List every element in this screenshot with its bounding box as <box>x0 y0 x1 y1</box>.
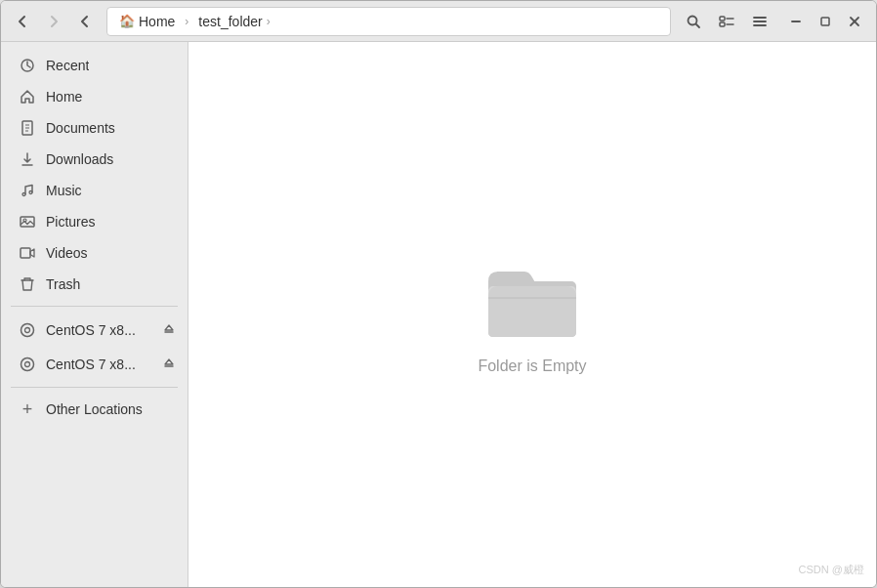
sidebar-item-trash-label: Trash <box>46 276 80 292</box>
sidebar-item-trash[interactable]: Trash <box>5 269 184 300</box>
svg-point-19 <box>22 193 25 196</box>
empty-folder-icon <box>483 254 581 342</box>
breadcrumb-current-label: test_folder <box>198 14 262 29</box>
music-icon <box>19 182 36 199</box>
sidebar-item-centos1-label: CentOS 7 x8... <box>46 322 148 338</box>
sidebar-item-music-label: Music <box>46 183 82 198</box>
toolbar-right <box>679 8 774 35</box>
back-button[interactable] <box>9 8 36 35</box>
svg-rect-10 <box>821 18 829 25</box>
sidebar-item-centos2-label: CentOS 7 x8... <box>46 357 148 372</box>
svg-rect-3 <box>720 22 725 26</box>
watermark: CSDN @威橙 <box>799 563 864 577</box>
sidebar-item-other-locations-label: Other Locations <box>46 401 143 417</box>
svg-point-25 <box>25 327 30 332</box>
sidebar-item-pictures-label: Pictures <box>46 214 96 230</box>
empty-folder-label: Folder is Empty <box>478 357 586 375</box>
menu-button[interactable] <box>745 8 774 35</box>
home-icon <box>19 88 36 105</box>
sidebar-item-centos2[interactable]: CentOS 7 x8... <box>5 347 184 381</box>
svg-point-28 <box>21 357 34 370</box>
window-controls <box>782 8 868 35</box>
titlebar: 🏠 Home › test_folder › <box>1 1 876 42</box>
sidebar-item-videos-label: Videos <box>46 245 88 261</box>
search-button[interactable] <box>679 8 708 35</box>
svg-rect-2 <box>720 17 725 21</box>
up-button[interactable] <box>71 8 99 35</box>
svg-point-29 <box>25 361 30 366</box>
file-manager-window: 🏠 Home › test_folder › <box>0 0 877 588</box>
home-breadcrumb-icon: 🏠 <box>119 14 135 28</box>
sidebar-item-videos[interactable]: Videos <box>5 237 184 269</box>
svg-point-24 <box>21 323 34 336</box>
breadcrumb-home-label: Home <box>139 14 175 29</box>
sidebar-item-recent[interactable]: Recent <box>5 50 184 81</box>
breadcrumb-current-folder[interactable]: test_folder › <box>192 12 275 31</box>
sidebar-item-downloads[interactable]: Downloads <box>5 144 184 175</box>
sidebar-item-documents-label: Documents <box>46 120 115 136</box>
close-button[interactable] <box>841 8 868 35</box>
trash-icon <box>19 275 36 293</box>
main-area: Recent Home <box>1 42 876 587</box>
other-locations-icon: + <box>19 400 36 418</box>
maximize-button[interactable] <box>812 8 839 35</box>
sidebar-item-music[interactable]: Music <box>5 175 184 206</box>
svg-marker-26 <box>165 325 173 330</box>
svg-marker-30 <box>165 359 173 364</box>
svg-line-1 <box>696 23 700 27</box>
svg-rect-23 <box>21 248 30 258</box>
sidebar-item-recent-label: Recent <box>46 58 89 73</box>
sidebar-item-downloads-label: Downloads <box>46 151 113 167</box>
sidebar-divider-2 <box>11 387 178 388</box>
eject-centos1-button[interactable] <box>158 319 180 340</box>
breadcrumb: 🏠 Home › test_folder › <box>106 7 671 36</box>
downloads-icon <box>19 150 36 168</box>
breadcrumb-separator: › <box>185 15 188 28</box>
minimize-button[interactable] <box>782 8 810 35</box>
svg-rect-21 <box>21 217 34 227</box>
recent-icon <box>19 57 36 74</box>
sidebar-divider-1 <box>11 306 178 307</box>
sidebar: Recent Home <box>1 42 188 587</box>
pictures-icon <box>19 213 36 231</box>
file-area: Folder is Empty CSDN @威橙 <box>188 42 876 587</box>
sidebar-item-home[interactable]: Home <box>5 81 184 112</box>
sidebar-item-other-locations[interactable]: + Other Locations <box>5 394 184 425</box>
forward-button[interactable] <box>40 8 67 35</box>
breadcrumb-home[interactable]: 🏠 Home <box>113 12 181 31</box>
svg-point-20 <box>29 191 32 194</box>
sidebar-item-documents[interactable]: Documents <box>5 112 184 144</box>
sidebar-item-pictures[interactable]: Pictures <box>5 206 184 237</box>
view-toggle-button[interactable] <box>712 8 741 35</box>
centos1-icon <box>19 321 36 339</box>
documents-icon <box>19 119 36 137</box>
videos-icon <box>19 244 36 262</box>
centos2-icon <box>19 356 36 373</box>
sidebar-item-home-label: Home <box>46 89 82 105</box>
breadcrumb-current-arrow: › <box>267 15 271 28</box>
sidebar-item-centos1[interactable]: CentOS 7 x8... <box>5 313 184 347</box>
eject-centos2-button[interactable] <box>158 354 180 374</box>
